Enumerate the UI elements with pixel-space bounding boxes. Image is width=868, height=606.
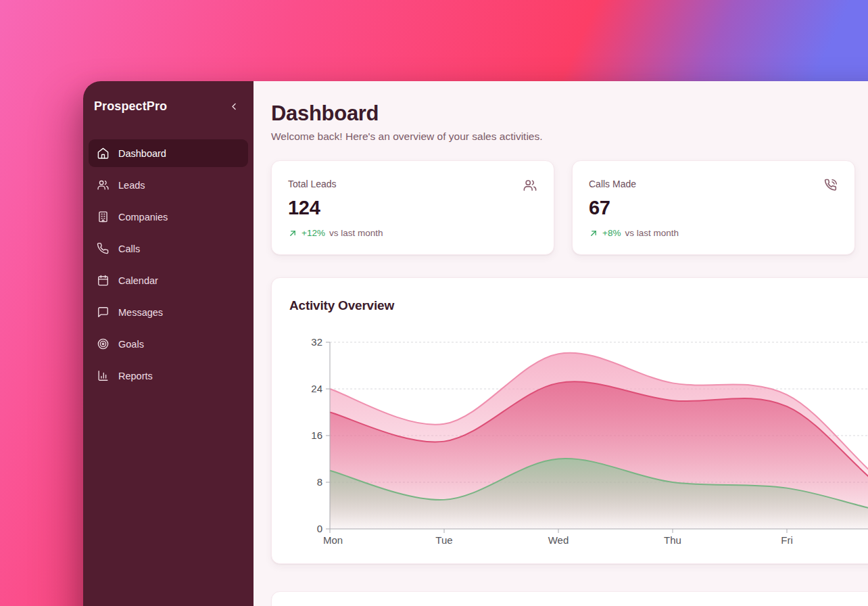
svg-text:Wed: Wed — [548, 534, 569, 546]
sidebar-item-leads[interactable]: Leads — [89, 171, 248, 199]
svg-text:24: 24 — [311, 383, 322, 394]
svg-text:Mon: Mon — [323, 534, 343, 546]
trend-percent: +8% — [602, 228, 621, 238]
stat-card-total-leads: Total Leads124+12%vs last month — [271, 160, 554, 255]
sidebar-item-goals[interactable]: Goals — [89, 330, 248, 358]
trend-percent: +12% — [302, 228, 325, 238]
trend-suffix: vs last month — [329, 228, 383, 238]
sidebar-item-label: Messages — [118, 307, 163, 318]
main-content: Dashboard Welcome back! Here's an overvi… — [254, 81, 868, 606]
sidebar-item-label: Reports — [118, 371, 153, 381]
sidebar-collapse-button[interactable] — [226, 99, 241, 114]
sidebar-header: ProspectPro — [89, 99, 248, 114]
stat-value: 124 — [288, 197, 537, 219]
svg-text:8: 8 — [317, 476, 322, 488]
page-title: Dashboard — [271, 101, 868, 126]
phone-icon — [97, 242, 110, 255]
chevron-left-icon — [229, 101, 239, 112]
svg-text:16: 16 — [311, 429, 322, 441]
activity-area-chart: 08162432MonTueWedThuFri — [272, 278, 868, 565]
page-subtitle: Welcome back! Here's an overview of your… — [271, 131, 868, 143]
sidebar-item-reports[interactable]: Reports — [89, 362, 248, 390]
users-icon — [523, 178, 537, 193]
sidebar-item-dashboard[interactable]: Dashboard — [89, 139, 248, 167]
sidebar-item-label: Goals — [118, 339, 144, 350]
partial-bottom-card — [271, 591, 868, 606]
arrow-up-right-icon — [288, 229, 297, 238]
building-icon — [97, 210, 110, 223]
sidebar-item-messages[interactable]: Messages — [89, 298, 248, 326]
stats-grid: Total Leads124+12%vs last monthCalls Mad… — [271, 160, 868, 255]
stat-value: 67 — [589, 197, 838, 219]
stat-label: Total Leads — [288, 179, 537, 189]
activity-overview-card: Activity Overview 08162432MonTueWedThuFr… — [271, 277, 868, 564]
app-window: ProspectPro DashboardLeadsCompaniesCalls… — [83, 81, 868, 606]
users-icon — [97, 179, 110, 191]
house-icon — [97, 147, 110, 160]
calendar-icon — [97, 274, 110, 287]
stat-trend: +8%vs last month — [589, 228, 838, 238]
stat-trend: +12%vs last month — [288, 228, 537, 238]
svg-text:0: 0 — [317, 523, 322, 534]
svg-text:32: 32 — [311, 336, 322, 348]
desktop-backdrop: { "window": { "name": "ProspectPro dashb… — [0, 0, 868, 606]
target-icon — [97, 337, 110, 350]
phone-call-icon — [823, 178, 838, 193]
trend-suffix: vs last month — [625, 228, 679, 238]
chart-column-icon — [97, 369, 110, 382]
svg-text:Tue: Tue — [435, 534, 452, 546]
brand-logo: ProspectPro — [94, 99, 167, 114]
sidebar-item-label: Leads — [118, 180, 145, 191]
sidebar-item-label: Calls — [118, 243, 140, 254]
stat-label: Calls Made — [589, 179, 838, 189]
sidebar-item-calls[interactable]: Calls — [89, 235, 248, 262]
sidebar-item-label: Dashboard — [118, 148, 166, 159]
svg-text:Fri: Fri — [781, 534, 793, 546]
stat-card-calls-made: Calls Made67+8%vs last month — [572, 160, 855, 255]
sidebar-item-calendar[interactable]: Calendar — [89, 266, 248, 294]
sidebar-item-label: Companies — [118, 212, 168, 223]
sidebar-nav: DashboardLeadsCompaniesCallsCalendarMess… — [89, 139, 248, 390]
sidebar-item-companies[interactable]: Companies — [89, 203, 248, 231]
sidebar-item-label: Calendar — [118, 275, 158, 286]
message-square-icon — [97, 306, 110, 319]
arrow-up-right-icon — [589, 229, 598, 238]
svg-text:Thu: Thu — [664, 534, 681, 546]
sidebar: ProspectPro DashboardLeadsCompaniesCalls… — [83, 81, 254, 606]
